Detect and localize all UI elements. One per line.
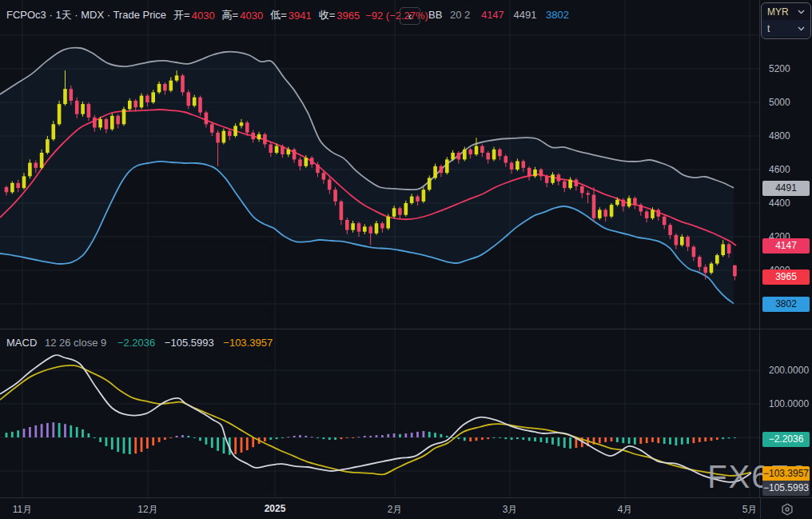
macd-badge: −2.2036 [762, 432, 810, 447]
scale-unit-box: MYR t [761, 2, 811, 39]
chart-canvas[interactable] [0, 0, 759, 497]
time-axis-label: 5月 [742, 503, 758, 517]
bb-params: 20 2 [450, 9, 470, 21]
time-axis-label: 4月 [618, 503, 633, 517]
time-axis-label: 12月 [137, 503, 157, 517]
high-label: 高= [222, 8, 239, 22]
bb-middle-value: 4147 [481, 9, 504, 21]
low-label: 低= [270, 8, 287, 22]
price-axis-label: 5200 [769, 62, 790, 75]
trading-chart-app: FCPOc3 · 1天 · MDX · Trade Price 开=4030 高… [0, 0, 812, 519]
chart-main: FCPOc3 · 1天 · MDX · Trade Price 开=4030 高… [0, 0, 812, 497]
price-axis[interactable]: MYR t 5200500048004600440042004000200.00… [759, 0, 812, 497]
unit-select[interactable]: t [762, 20, 810, 37]
price-axis-label: 4800 [769, 130, 790, 142]
macd-hist-value: −2.2036 [117, 337, 155, 349]
macd-signal-value: −103.3957 [223, 337, 273, 349]
macd-badge: −105.5993 [762, 481, 810, 496]
macd-legend[interactable]: MACD 12 26 close 9 −2.2036 −105.5993 −10… [6, 337, 273, 349]
open-label: 开= [173, 8, 190, 22]
low-value: 3941 [289, 10, 312, 22]
high-value: 4030 [240, 10, 263, 22]
bb-title: BB [428, 9, 442, 21]
time-axis-label: 3月 [503, 503, 518, 517]
symbol-legend: FCPOc3 · 1天 · MDX · Trade Price 开=4030 高… [6, 6, 428, 24]
pane-separator[interactable] [0, 329, 812, 329]
time-axis[interactable]: 11月12月20252月3月4月5月 [0, 497, 812, 519]
currency-select[interactable]: MYR [762, 3, 810, 20]
chevron-down-icon [798, 26, 805, 31]
chevron-down-icon [798, 10, 805, 14]
macd-title: MACD [6, 337, 37, 349]
bb-upper-value: 4491 [513, 9, 536, 21]
time-axis-label: 2月 [388, 503, 403, 517]
close-value: 3965 [336, 10, 360, 22]
bb-legend[interactable]: BB 20 2 4147 4491 3802 [428, 9, 569, 21]
bb-lower-value: 3802 [546, 9, 569, 21]
settings-gear-icon [778, 501, 796, 518]
macd-axis-label: 200.0000 [769, 364, 809, 377]
price-axis-label: 5000 [769, 96, 790, 109]
time-axis-label: 2025 [265, 503, 286, 514]
unit-value: t [767, 23, 770, 34]
macd-params: 12 26 close 9 [45, 337, 106, 349]
price-badge: 4147 [762, 238, 810, 254]
currency-value: MYR [767, 6, 789, 18]
price-badge: 4491 [762, 181, 810, 196]
macd-badge: −103.3957 [762, 466, 810, 481]
timezone-settings-button[interactable] [760, 498, 812, 519]
price-badge: 3802 [762, 297, 810, 312]
chevron-left-icon: ‹ [408, 9, 412, 22]
time-axis-label: 11月 [13, 503, 32, 517]
price-axis-label: 4600 [769, 163, 790, 176]
macd-axis-label: 100.0000 [769, 397, 809, 410]
price-badge: 3965 [762, 269, 810, 285]
close-label: 收= [319, 8, 336, 22]
legend-collapse-button[interactable]: ‹ [400, 7, 420, 25]
open-value: 4030 [192, 10, 215, 22]
macd-line-value: −105.5993 [165, 337, 214, 349]
symbol-title: FCPOc3 · 1天 · MDX · Trade Price [6, 8, 166, 22]
price-axis-label: 4400 [769, 197, 790, 210]
